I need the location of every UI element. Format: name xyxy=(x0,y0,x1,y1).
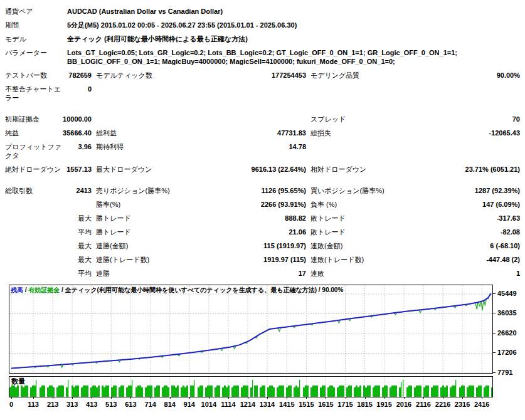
equity-curve xyxy=(11,293,491,368)
x-tick-mark xyxy=(111,397,112,399)
row-value: 1557.13 xyxy=(63,163,92,177)
volume-label: 数量 xyxy=(11,377,25,386)
row-value: 115 (1919.97) xyxy=(233,239,306,253)
row-value: 3.96 xyxy=(63,140,92,163)
row-value: 1919.97 (115) xyxy=(233,253,306,267)
x-tick-mark xyxy=(326,397,326,399)
x-tick-mark xyxy=(130,397,131,399)
x-tick-mark xyxy=(462,397,463,399)
row-value: Lots_GT_Logic=0.05; Lots_GR_Logic=0.2; L… xyxy=(63,46,520,69)
x-tick-mark xyxy=(267,397,268,399)
y-tick-label: 36035 xyxy=(497,310,517,317)
x-tick-mark xyxy=(248,397,248,399)
row-value: -447.48 (2) xyxy=(432,253,520,267)
row-label: 絶対ドローダウン xyxy=(5,163,63,177)
x-tick-mark xyxy=(423,397,424,399)
row-value: 23.71% (6051.21) xyxy=(432,163,520,177)
x-tick-mark xyxy=(53,397,53,399)
row-value: 10000.00 xyxy=(63,113,92,127)
row-value: AUDCAD (Australian Dollar vs Canadian Do… xyxy=(63,5,520,19)
row-value: 2266 (93.91%) xyxy=(233,198,306,212)
y-tick-mark xyxy=(493,333,496,333)
balance-chart-panel: 残高 / 有効証拠金 / 全ティック(利用可能な最小時間枠を使いすべてのティック… xyxy=(9,285,493,374)
row-label: 初期証拠金 xyxy=(5,113,63,127)
row-value: 21.06 xyxy=(233,226,306,239)
row-label: モデルティック数 xyxy=(92,69,233,83)
x-tick-mark xyxy=(306,397,307,399)
row-label: 期間 xyxy=(5,19,63,33)
row-label: スプレッド xyxy=(306,113,432,127)
row-label: テストバー数 xyxy=(5,69,63,83)
row-label: 総取引数 xyxy=(5,184,63,198)
row-label: 総利益 xyxy=(92,127,233,140)
x-tick-mark xyxy=(209,397,209,399)
row-value: 6 (-68.10) xyxy=(432,239,520,253)
row-value: 35666.40 xyxy=(63,127,92,140)
x-tick-mark xyxy=(170,397,171,399)
report-row: パラメーターLots_GT_Logic=0.05; Lots_GR_Logic=… xyxy=(5,46,520,69)
row-label: 買いポジション(勝率%) xyxy=(306,184,432,198)
row-qualifier: 平均 xyxy=(63,226,92,239)
row-label: 勝率(%) xyxy=(92,198,233,212)
report-row: 絶対ドローダウン1557.13最大ドローダウン9616.13 (22.64%)相… xyxy=(5,163,520,177)
row-label: 純益 xyxy=(5,127,63,140)
row-value: 147 (6.09%) xyxy=(432,198,520,212)
row-qualifier: 最大 xyxy=(63,212,92,226)
y-tick-label: 17206 xyxy=(497,349,517,356)
x-tick-label: 2416 xyxy=(470,401,493,408)
row-value: 5分足(M5) 2015.01.02 00:05 - 2025.06.27 23… xyxy=(63,19,520,33)
report-row: 純益35666.40総利益47731.83総損失-12065.43 xyxy=(5,127,520,140)
y-axis-labels: 454493603526620172067791 xyxy=(493,285,524,374)
x-tick-mark xyxy=(228,397,229,399)
backtest-report-table: 通貨ペアAUDCAD (Australian Dollar vs Canadia… xyxy=(5,5,520,281)
row-label: 連敗(トレード数) xyxy=(306,253,432,267)
legend-item: 有効証拠金 xyxy=(28,286,60,293)
x-tick-mark xyxy=(11,397,12,399)
report-row: 平均連勝17連敗1 xyxy=(5,267,520,281)
row-label: 不整合チャートエラー xyxy=(5,83,63,105)
chart-legend: 残高 / 有効証拠金 / 全ティック(利用可能な最小時間枠を使いすべてのティック… xyxy=(11,286,343,295)
row-label: 通貨ペア xyxy=(5,5,63,19)
y-tick-label: 26620 xyxy=(497,330,517,337)
row-label: 連勝 xyxy=(92,267,233,281)
report-row: 初期証拠金10000.00スプレッド70 xyxy=(5,113,520,127)
x-tick-mark xyxy=(404,397,405,399)
row-value: 90.00% xyxy=(432,69,520,83)
report-row: 不整合チャートエラー0 xyxy=(5,83,520,105)
row-label: 連敗 xyxy=(306,267,432,281)
row-value: 1126 (95.65%) xyxy=(233,184,306,198)
x-tick-mark xyxy=(346,397,346,399)
row-label: プロフィットファクタ xyxy=(5,140,63,163)
y-tick-mark xyxy=(493,293,496,294)
report-row: 総取引数2413売りポジション(勝率%)1126 (95.65%)買いポジション… xyxy=(5,184,520,198)
x-axis-labels: 0113213313413513613714814914101411141214… xyxy=(9,399,504,409)
x-tick-mark xyxy=(72,397,73,399)
y-tick-mark xyxy=(493,352,496,353)
row-label: 勝トレード xyxy=(92,212,233,226)
row-value: 2413 xyxy=(63,184,92,198)
row-qualifier: 最大 xyxy=(63,253,92,267)
row-label: 総損失 xyxy=(306,127,432,140)
row-value: 17 xyxy=(233,267,306,281)
row-label: 最大ドローダウン xyxy=(92,163,233,177)
x-tick-mark xyxy=(92,397,92,399)
row-label: 連勝(金額) xyxy=(92,239,233,253)
balance-equity-chart xyxy=(9,285,492,373)
row-value: 782659 xyxy=(63,69,92,83)
row-label: 敗トレード xyxy=(306,212,432,226)
row-label: モデリング品質 xyxy=(306,69,432,83)
report-row: 勝率(%)2266 (93.91%)負率 (%)147 (6.09%) xyxy=(5,198,520,212)
row-value: 0 xyxy=(63,83,92,105)
x-tick-label: 0 xyxy=(0,401,23,408)
row-label: 負率 (%) xyxy=(306,198,432,212)
volume-chart-panel: 数量 xyxy=(9,376,493,397)
y-tick-label: 7791 xyxy=(497,369,512,376)
row-label: 期待利得 xyxy=(92,140,233,163)
row-value: 70 xyxy=(432,113,520,127)
row-value: 9616.13 (22.64%) xyxy=(233,163,306,177)
row-value: 全ティック (利用可能な最小時間枠による最も正確な方法) xyxy=(63,33,520,46)
report-row: 期間5分足(M5) 2015.01.02 00:05 - 2025.06.27 … xyxy=(5,19,520,33)
row-value: 47731.83 xyxy=(233,127,306,140)
row-value: -12065.43 xyxy=(432,127,520,140)
x-tick-mark xyxy=(33,397,34,399)
